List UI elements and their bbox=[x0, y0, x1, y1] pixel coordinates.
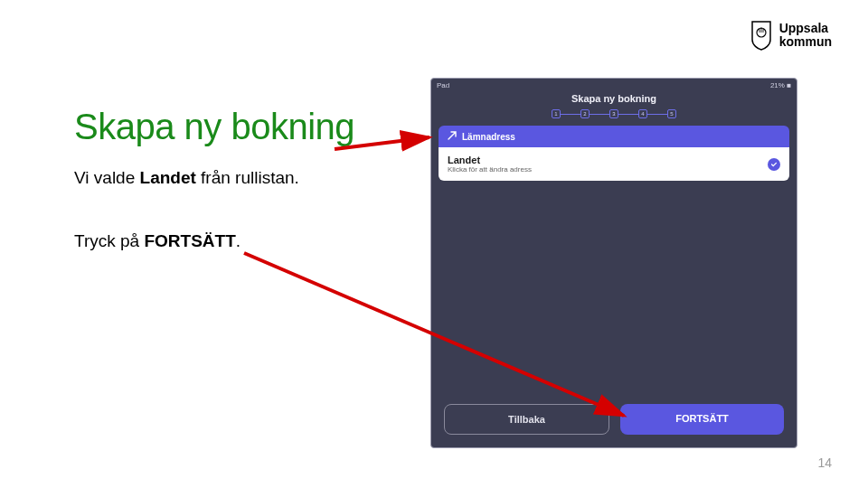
step-4: 4 bbox=[638, 109, 647, 118]
shield-crown-icon bbox=[749, 20, 774, 51]
logo-text: Uppsala kommun bbox=[779, 22, 832, 50]
phone-header-title: Skapa ny bokning bbox=[431, 91, 797, 108]
step-connector bbox=[561, 114, 580, 115]
text-bold: Landet bbox=[140, 168, 196, 187]
step-connector bbox=[647, 114, 667, 115]
phone-statusbar: Pad 21% ■ bbox=[431, 79, 797, 91]
text-bold: FORTSÄTT bbox=[144, 231, 235, 250]
logo-line2: kommun bbox=[779, 35, 832, 49]
instruction-line-1: Vi valde Landet från rullistan. bbox=[74, 168, 299, 188]
address-subtitle: Klicka för att ändra adress bbox=[448, 165, 532, 174]
arrow-up-right-icon bbox=[448, 131, 457, 142]
continue-button[interactable]: FORTSÄTT bbox=[620, 404, 784, 435]
text: . bbox=[236, 231, 241, 250]
step-connector bbox=[618, 114, 638, 115]
page-title: Skapa ny bokning bbox=[74, 107, 354, 147]
step-connector bbox=[590, 114, 609, 115]
status-left: Pad bbox=[437, 81, 449, 89]
page-number: 14 bbox=[817, 455, 832, 470]
step-5: 5 bbox=[667, 109, 676, 118]
back-button[interactable]: Tillbaka bbox=[444, 404, 609, 435]
phone-footer: Tillbaka FORTSÄTT bbox=[431, 395, 797, 447]
text: Tryck på bbox=[74, 231, 144, 250]
step-1: 1 bbox=[552, 109, 561, 118]
phone-mockup: Pad 21% ■ Skapa ny bokning 1 2 3 4 5 Läm… bbox=[430, 78, 797, 448]
logo-line1: Uppsala bbox=[779, 22, 832, 35]
status-right: 21% ■ bbox=[770, 81, 791, 89]
address-title: Landet bbox=[448, 155, 532, 165]
text: från rullistan. bbox=[196, 168, 299, 187]
address-card[interactable]: Landet Klicka för att ändra adress bbox=[439, 147, 789, 181]
instruction-line-2: Tryck på FORTSÄTT. bbox=[74, 231, 241, 251]
section-label-text: Lämnadress bbox=[462, 132, 515, 142]
step-2: 2 bbox=[580, 109, 590, 118]
progress-stepper: 1 2 3 4 5 bbox=[431, 108, 797, 126]
phone-body-empty bbox=[431, 181, 797, 395]
step-3: 3 bbox=[609, 109, 618, 118]
org-logo: Uppsala kommun bbox=[749, 20, 832, 51]
check-circle-icon bbox=[768, 158, 780, 171]
section-label-leave-address: Lämnadress bbox=[439, 126, 789, 147]
text: Vi valde bbox=[74, 168, 140, 187]
